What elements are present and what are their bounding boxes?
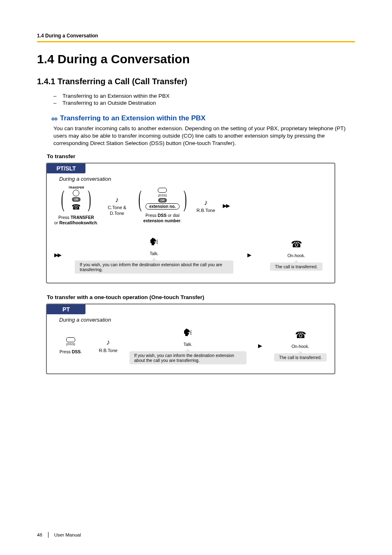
footer-divider xyxy=(48,532,48,538)
flow2-note-2: The call is transferred. xyxy=(274,353,327,362)
flow-diagram-transfer: PT/SLT During a conversation ( TRANSFER … xyxy=(46,163,335,283)
onhook-icon: ☎ xyxy=(295,330,306,341)
flow-diagram-one-touch: PT During a conversation (DSS) Press DSS… xyxy=(46,304,335,374)
dss-caption: (DSS) xyxy=(66,342,75,346)
flow1-step1-instruction: Press TRANSFER or Recall/hookswitch. xyxy=(54,215,98,226)
tone-icon: ♪ xyxy=(101,195,134,205)
ctone-dtone-text: C.Tone & D.Tone xyxy=(101,205,134,216)
flow1-talk-label: Talk. xyxy=(150,251,159,256)
tone-icon: ♪ xyxy=(99,338,118,347)
rbtone-text: R.B.Tone xyxy=(191,208,220,214)
talk-icon: 🗣 xyxy=(183,327,193,339)
diamond-icon: ◆◆ xyxy=(51,115,57,122)
hookswitch-icon: ☎ xyxy=(71,203,81,212)
arrow-right-icon: ▶ xyxy=(247,252,251,258)
dss-button-icon xyxy=(66,337,75,342)
flow1-onhook-label: On-hook. xyxy=(287,253,305,258)
paren-left-icon: ( xyxy=(138,192,142,205)
transfer-button-icon xyxy=(73,190,79,196)
section-title: 1.4 During a Conversation xyxy=(37,52,355,66)
footer-label: User Manual xyxy=(54,532,81,537)
transfer-key-label: TRANSFER xyxy=(68,186,84,189)
flow2-note-1: If you wish, you can inform the destinat… xyxy=(129,351,247,364)
header-rule xyxy=(37,41,355,42)
or-pill-icon: OR xyxy=(72,197,81,202)
flow2-device-header: PT xyxy=(47,304,85,314)
paren-right-icon: ) xyxy=(183,192,187,205)
xref-link-1[interactable]: Transferring to an Extension within the … xyxy=(62,93,170,99)
dss-caption: (DSS) xyxy=(158,193,167,197)
intro-paragraph: You can transfer incoming calls to anoth… xyxy=(53,125,355,147)
tone-icon: ♪ xyxy=(191,198,220,207)
flow1-note-2: The call is transferred. xyxy=(270,263,323,271)
flow1-step2-instruction: Press DSS or dial extension number. xyxy=(143,213,182,223)
dss-button-icon xyxy=(158,188,167,193)
continuation-arrow-icon: ▶▶ xyxy=(223,203,229,209)
flow2-step1-instruction: Press DSS. xyxy=(60,349,82,355)
flow2-talk-label: Talk. xyxy=(183,342,192,347)
blue-subheading: ◆◆ Transferring to an Extension within t… xyxy=(51,114,355,122)
page-number: 48 xyxy=(37,532,42,537)
subsection-title: 1.4.1 Transferring a Call (Call Transfer… xyxy=(37,77,355,86)
arrow-right-icon: ▶ xyxy=(258,343,262,349)
blue-subheading-text: Transferring to an Extension within the … xyxy=(60,114,205,122)
talk-icon: 🗣 xyxy=(149,236,159,248)
flow2-condition: During a conversation xyxy=(47,314,334,327)
paren-right-icon: ) xyxy=(88,192,91,205)
page-footer: 48 User Manual xyxy=(37,532,81,538)
running-header: 1.4 During a Conversation xyxy=(37,33,355,39)
flow1-condition: During a conversation xyxy=(47,173,334,186)
extension-no-pill: extension no. xyxy=(145,203,179,210)
or-pill-icon: OR xyxy=(158,198,167,203)
flow2-onhook-label: On-hook. xyxy=(291,344,309,349)
continuation-arrow-icon: ▶▶ xyxy=(54,252,61,258)
rbtone-text: R.B.Tone xyxy=(99,348,118,354)
cross-ref-list: Transferring to an Extension within the … xyxy=(37,93,355,106)
procedure-label-1: To transfer xyxy=(47,153,355,159)
paren-left-icon: ( xyxy=(61,192,65,205)
flow1-device-header: PT/SLT xyxy=(47,164,85,173)
flow1-note-1: If you wish, you can inform the destinat… xyxy=(75,260,233,274)
onhook-icon: ☎ xyxy=(291,239,302,250)
procedure-label-2: To transfer with a one-touch operation (… xyxy=(47,294,355,300)
xref-link-2[interactable]: Transferring to an Outside Destination xyxy=(62,100,156,106)
